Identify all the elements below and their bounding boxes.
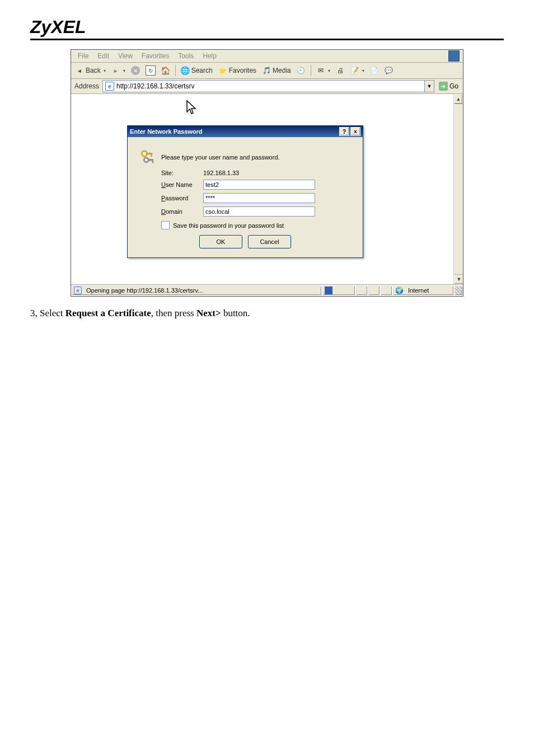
home-icon: [161, 66, 170, 75]
history-button[interactable]: [295, 65, 307, 76]
go-button[interactable]: ➜ Go: [437, 82, 461, 91]
edit-icon: [350, 66, 359, 75]
menu-file[interactable]: File: [73, 52, 93, 60]
svg-rect-2: [151, 154, 152, 157]
status-zone-text: Internet: [408, 287, 429, 294]
toolbar: Back ✕ ↻ Search Favorites: [71, 63, 463, 79]
forward-arrow-icon: [111, 66, 120, 75]
status-progress-cell: [322, 285, 355, 295]
toolbar-separator-2: [311, 65, 311, 76]
svg-point-3: [144, 158, 148, 162]
internet-zone-icon: [395, 287, 406, 294]
home-button[interactable]: [160, 65, 172, 76]
mail-button[interactable]: [315, 65, 332, 76]
menu-view[interactable]: View: [114, 52, 137, 60]
auth-dialog: Enter Network Password ? ×: [127, 125, 363, 258]
address-bar: Address http://192.168.1.33/certsrv ▼ ➜ …: [71, 79, 463, 94]
go-label: Go: [449, 82, 458, 90]
status-zone: Internet: [392, 285, 454, 295]
page-icon: [370, 66, 379, 75]
print-icon: [336, 66, 345, 75]
dialog-body: Please type your user name and password.…: [128, 137, 363, 257]
menu-favorites[interactable]: Favorites: [137, 52, 174, 60]
username-input[interactable]: [203, 180, 315, 190]
menu-help[interactable]: Help: [198, 52, 221, 60]
favorites-icon: [218, 66, 227, 75]
save-password-checkbox[interactable]: [161, 221, 170, 229]
status-mini-3: [380, 285, 392, 295]
dialog-prompt: Please type your user name and password.: [161, 154, 280, 161]
status-message-cell: Opening page http://192.168.1.33/certsrv…: [71, 285, 322, 295]
save-password-label: Save this password in your password list: [173, 222, 284, 229]
doc-logo: ZyXEL: [30, 17, 504, 37]
dialog-title-text: Enter Network Password: [130, 128, 203, 135]
stop-icon: ✕: [131, 66, 140, 75]
site-value: 192.168.1.33: [203, 170, 239, 176]
address-label: Address: [73, 82, 100, 90]
windows-flag-icon: [448, 50, 460, 62]
refresh-icon: ↻: [146, 65, 156, 76]
back-button[interactable]: Back: [73, 65, 107, 76]
menu-bar: File Edit View Favorites Tools Help: [71, 50, 463, 63]
address-input[interactable]: http://192.168.1.33/certsrv: [102, 80, 425, 92]
search-icon: [181, 66, 190, 75]
domain-label: Domain: [161, 208, 203, 215]
discuss-button[interactable]: [383, 65, 395, 76]
status-mini-1: [355, 285, 368, 295]
go-icon: ➜: [439, 82, 448, 91]
scroll-down-button[interactable]: ▼: [454, 274, 463, 284]
mail-icon: [316, 66, 325, 75]
instruction-text: 3, Select Request a Certificate, then pr…: [30, 307, 504, 320]
browser-viewport: ▲ ▼ Enter Network Password ? ×: [71, 94, 463, 284]
doc-horizontal-rule: [30, 39, 504, 40]
keys-icon: [140, 148, 158, 166]
print-button[interactable]: [334, 65, 346, 76]
address-url: http://192.168.1.33/certsrv: [116, 82, 194, 90]
password-input[interactable]: [203, 193, 315, 203]
dialog-close-button[interactable]: ×: [350, 127, 360, 136]
refresh-button[interactable]: ↻: [144, 65, 157, 76]
forward-button[interactable]: [110, 65, 127, 76]
svg-rect-1: [146, 153, 152, 154]
status-message: Opening page http://192.168.1.33/certsrv…: [86, 287, 203, 294]
dialog-titlebar[interactable]: Enter Network Password ? ×: [128, 126, 363, 137]
cancel-button[interactable]: Cancel: [248, 235, 291, 248]
stop-button[interactable]: ✕: [129, 65, 142, 76]
menu-edit[interactable]: Edit: [93, 52, 114, 60]
status-mini-2: [368, 285, 380, 295]
vertical-scrollbar[interactable]: ▲ ▼: [453, 94, 463, 284]
password-label: Password: [161, 195, 203, 201]
media-icon: [262, 66, 271, 75]
back-label: Back: [86, 67, 101, 74]
progress-indicator-icon: [325, 287, 332, 294]
menu-tools[interactable]: Tools: [174, 52, 198, 60]
toolbar-separator-1: [175, 65, 176, 76]
username-label: User Name: [161, 181, 203, 188]
search-button[interactable]: Search: [179, 65, 214, 76]
mouse-cursor-icon: [186, 100, 197, 115]
ok-button[interactable]: OK: [199, 235, 242, 248]
site-label: Site:: [161, 170, 203, 176]
media-label: Media: [273, 67, 291, 74]
back-arrow-icon: [75, 66, 84, 75]
svg-rect-4: [148, 159, 153, 161]
address-dropdown[interactable]: ▼: [425, 80, 434, 92]
svg-rect-5: [152, 161, 153, 163]
history-icon: [297, 66, 306, 75]
discuss-icon: [385, 66, 394, 75]
search-label: Search: [191, 67, 213, 74]
page-button[interactable]: [368, 65, 381, 76]
favorites-button[interactable]: Favorites: [217, 65, 258, 76]
media-button[interactable]: Media: [260, 65, 293, 76]
status-ie-icon: [74, 287, 84, 294]
ie-window: File Edit View Favorites Tools Help Back…: [71, 49, 463, 297]
favorites-label: Favorites: [229, 67, 256, 74]
edit-dropdown[interactable]: [349, 65, 366, 76]
dialog-help-button[interactable]: ?: [339, 127, 349, 136]
scroll-up-button[interactable]: ▲: [454, 94, 463, 104]
domain-input[interactable]: [203, 206, 315, 217]
ie-page-icon: [105, 82, 114, 91]
resize-grip-icon[interactable]: [454, 285, 463, 295]
status-bar: Opening page http://192.168.1.33/certsrv…: [71, 284, 463, 296]
